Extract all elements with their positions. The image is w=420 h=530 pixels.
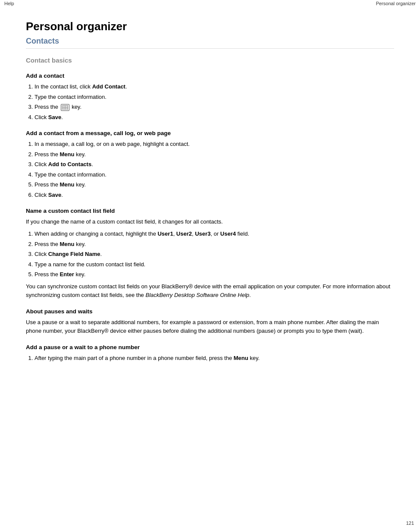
page-title: Personal organizer [26,20,394,33]
inline-bold: User1 [157,230,173,237]
inline-bold: Enter [60,271,74,278]
list-item: Click Save. [34,191,394,199]
inline-bold: User4 [220,230,236,237]
subsection-heading-contact-basics: Contact basics [26,57,394,64]
list-item: Press the Menu key. [34,180,394,189]
page-header: Help Personal organizer [0,0,420,7]
main-content: Personal organizer Contacts Contact basi… [0,7,420,383]
list-item: Click Add to Contacts. [34,160,394,169]
list-item: Type the contact information. [34,93,394,101]
list-item: Press the Menu key. [34,150,394,159]
add-pause-wait-steps: After typing the main part of a phone nu… [34,354,394,363]
topic-heading-add-pause-wait: Add a pause or a wait to a phone number [26,344,394,350]
page-number: 121 [406,521,414,526]
section-divider [26,48,394,49]
list-item: When adding or changing a contact, highl… [34,230,394,238]
name-custom-field-steps: When adding or changing a contact, highl… [34,230,394,279]
inline-italic: BlackBerry Desktop Software Online Help [145,292,249,298]
custom-field-note: You can synchronize custom contact list … [26,282,394,300]
keyboard-icon [61,104,69,111]
topic-heading-add-contact-message: Add a contact from a message, call log, … [26,130,394,136]
inline-bold: Menu [60,151,75,158]
list-item: After typing the main part of a phone nu… [34,354,394,363]
page-footer: 121 [406,521,414,526]
add-contact-message-steps: In a message, a call log, or on a web pa… [34,140,394,199]
inline-bold: Menu [234,355,248,361]
topic-heading-pauses-waits: About pauses and waits [26,308,394,315]
inline-bold: Add to Contacts [48,161,91,167]
list-item: Press the Menu key. [34,240,394,249]
list-item: In a message, a call log, or on a web pa… [34,140,394,148]
list-item: Click Save. [34,113,394,122]
list-item: Press the key. [34,103,394,111]
inline-bold: Change Field Name [48,251,100,257]
topic-heading-name-custom-field: Name a custom contact list field [26,208,394,214]
topic-heading-add-contact: Add a contact [26,73,394,79]
list-item: Press the Enter key. [34,270,394,279]
header-left: Help [4,1,14,6]
list-item: Click Change Field Name. [34,250,394,259]
inline-bold: User2 [176,230,192,237]
section-heading-contacts: Contacts [26,37,394,46]
inline-bold: Add Contact [92,83,125,90]
custom-field-intro: If you change the name of a custom conta… [26,218,394,226]
list-item: Type the contact information. [34,170,394,179]
inline-bold: User3 [195,230,210,237]
list-item: In the contact list, click Add Contact. [34,82,394,91]
header-right: Personal organizer [376,1,416,6]
list-item: Type a name for the custom contact list … [34,260,394,269]
pauses-waits-body: Use a pause or a wait to separate additi… [26,318,394,335]
inline-bold: Menu [60,241,75,247]
inline-bold: Save [48,114,61,120]
inline-bold: Save [48,192,61,198]
inline-bold: Menu [60,181,75,188]
add-contact-steps: In the contact list, click Add Contact. … [34,82,394,121]
